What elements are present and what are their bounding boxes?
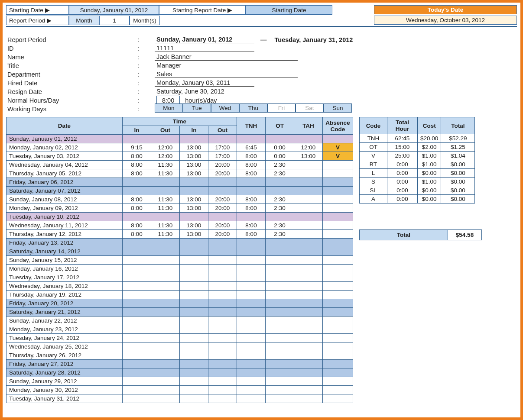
cell-tnh[interactable]: 8:00 [237,204,266,213]
cell-abs[interactable]: V [323,152,353,161]
cell-out2[interactable]: 20:00 [208,230,237,239]
cell-tah[interactable] [294,204,323,213]
cell-abs[interactable] [323,178,353,187]
cell-date[interactable]: Saturday, January 28, 2012 [6,368,123,377]
cell-tah[interactable] [294,256,323,265]
cell-tnh[interactable]: 8:00 [237,230,266,239]
cell-date[interactable]: Tuesday, January 03, 2012 [6,152,123,161]
cell-out1[interactable] [151,386,180,394]
cell-out1[interactable] [151,247,180,256]
cell-in2[interactable]: 13:00 [180,152,208,161]
table-row[interactable]: Friday, January 27, 2012 [6,360,353,368]
cell-tah[interactable] [294,239,323,247]
cell-out2[interactable] [208,239,237,247]
cell-tnh[interactable] [237,360,266,368]
table-row[interactable]: Friday, January 13, 2012 [6,239,353,247]
table-row[interactable]: Saturday, January 14, 2012 [6,247,353,256]
cell-date[interactable]: Thursday, January 26, 2012 [6,351,123,360]
cell-tah[interactable] [294,342,323,351]
cell-in2[interactable] [180,299,208,308]
summary-row[interactable]: BT0:00$1.00$0.00 [360,160,475,169]
col-date[interactable]: Date [6,117,123,135]
summary-row[interactable]: L0:00$0.00$0.00 [360,169,475,178]
table-row[interactable]: Monday, January 16, 2012 [6,265,353,273]
cell-ot[interactable] [266,386,294,394]
cell-out1[interactable]: 11:30 [151,204,180,213]
cell-in2[interactable]: 13:00 [180,204,208,213]
cell-tah[interactable]: 12:00 [294,143,323,152]
working-day-tue[interactable]: Tue [183,103,211,113]
cell-out2[interactable]: 20:00 [208,204,237,213]
table-row[interactable]: Tuesday, January 17, 2012 [6,273,353,282]
cell-ot[interactable] [266,265,294,273]
cell-in2[interactable] [180,239,208,247]
cell-tah[interactable] [294,308,323,317]
cell-tnh[interactable] [237,377,266,386]
cell-abs[interactable] [323,386,353,394]
table-row[interactable]: Wednesday, January 11, 20128:0011:3013:0… [6,221,353,230]
table-row[interactable]: Tuesday, January 31, 2012 [6,394,353,403]
cell-out1[interactable] [151,239,180,247]
cell-date[interactable]: Friday, January 27, 2012 [6,360,123,368]
cell-tnh[interactable] [237,135,266,143]
cell-ot[interactable] [266,342,294,351]
cell-out1[interactable] [151,265,180,273]
summary-row[interactable]: S0:00$1.00$0.00 [360,178,475,186]
table-row[interactable]: Monday, January 02, 20129:1512:0013:0017… [6,143,353,152]
cell-tah[interactable] [294,325,323,334]
name-value[interactable]: Jack Banner [155,53,298,61]
cell-in2[interactable] [180,342,208,351]
cell-out1[interactable] [151,299,180,308]
cell-tnh[interactable] [237,273,266,282]
cell-tah[interactable] [294,265,323,273]
hired-value[interactable]: Monday, January 03, 2011 [155,79,254,87]
table-row[interactable]: Wednesday, January 18, 2012 [6,282,353,291]
cell-out2[interactable]: 20:00 [208,221,237,230]
cell-in1[interactable] [123,187,151,195]
cell-out2[interactable] [208,187,237,195]
cell-tnh[interactable] [237,299,266,308]
cell-ot[interactable] [266,334,294,342]
cell-in2[interactable]: 13:00 [180,169,208,178]
cell-tnh[interactable] [237,334,266,342]
cell-tnh[interactable]: 8:00 [237,161,266,169]
cell-out1[interactable] [151,342,180,351]
cell-abs[interactable] [323,351,353,360]
cell-ot[interactable] [266,394,294,403]
cell-out1[interactable]: 11:30 [151,221,180,230]
cell-out2[interactable] [208,299,237,308]
cell-tah[interactable] [294,213,323,221]
cell-out1[interactable] [151,291,180,299]
cell-in2[interactable] [180,213,208,221]
title-value[interactable]: Manager [155,62,298,69]
table-row[interactable]: Thursday, January 26, 2012 [6,351,353,360]
cell-out1[interactable] [151,351,180,360]
cell-tnh[interactable] [237,308,266,317]
cell-out1[interactable] [151,273,180,282]
cell-date[interactable]: Monday, January 09, 2012 [6,204,123,213]
col-tnh[interactable]: TNH [237,117,266,135]
cell-ot[interactable] [266,351,294,360]
table-row[interactable]: Monday, January 23, 2012 [6,325,353,334]
cell-abs[interactable] [323,135,353,143]
cell-in2[interactable] [180,282,208,291]
cell-date[interactable]: Wednesday, January 04, 2012 [6,161,123,169]
cell-tnh[interactable] [237,394,266,403]
cell-tnh[interactable] [237,247,266,256]
cell-out2[interactable] [208,308,237,317]
cell-abs[interactable] [323,213,353,221]
cell-in1[interactable] [123,247,151,256]
cell-tah[interactable] [294,273,323,282]
cell-out2[interactable] [208,247,237,256]
working-day-fri[interactable]: Fri [267,103,296,113]
cell-tah[interactable] [294,386,323,394]
cell-date[interactable]: Tuesday, January 17, 2012 [6,273,123,282]
cell-abs[interactable] [323,265,353,273]
cell-out2[interactable]: 17:00 [208,152,237,161]
cell-in1[interactable] [123,386,151,394]
cell-ot[interactable] [266,299,294,308]
table-row[interactable]: Saturday, January 07, 2012 [6,187,353,195]
summary-row[interactable]: OT15:00$2.00$1.25 [360,143,475,152]
cell-in2[interactable]: 13:00 [180,143,208,152]
cell-in2[interactable] [180,351,208,360]
